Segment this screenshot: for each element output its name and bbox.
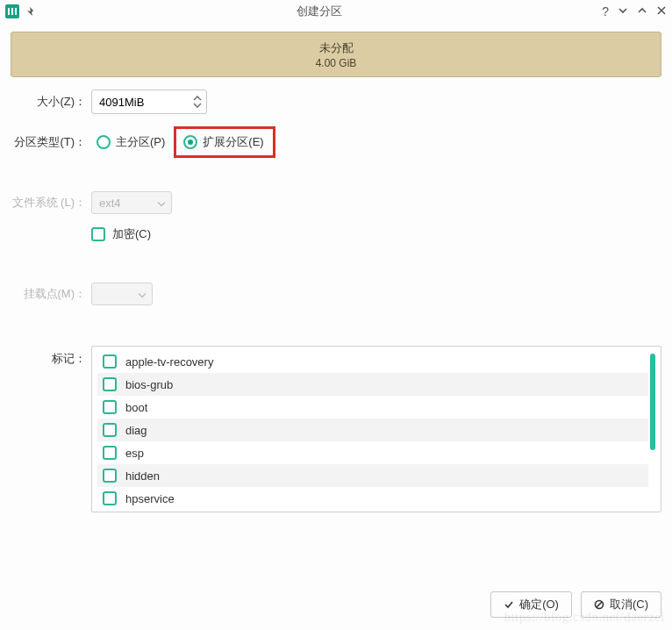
flags-listbox[interactable]: apple-tv-recoverybios-grubbootdiagesphid… [91,346,661,512]
flag-item-label: apple-tv-recovery [125,355,213,369]
filesystem-combo: ext4 [91,191,172,214]
partition-type-primary-label: 主分区(P) [116,134,165,150]
window-title: 创建分区 [37,4,602,19]
minimize-icon[interactable] [618,5,628,18]
ok-button[interactable]: 确定(O) [490,591,572,618]
flag-item-label: hidden [125,469,160,483]
svg-rect-0 [8,8,10,15]
flag-item[interactable]: boot [97,396,648,419]
checkbox-icon [103,377,117,391]
partition-type-extended[interactable]: 扩展分区(E) [178,131,268,154]
unallocated-label: 未分配 [319,40,354,56]
maximize-icon[interactable] [637,5,647,18]
size-input[interactable] [91,89,207,114]
flag-item[interactable]: hidden [97,464,648,487]
pin-icon[interactable] [26,6,37,17]
partition-type-primary[interactable]: 主分区(P) [91,131,170,154]
size-label: 大小(Z)： [11,94,91,110]
svg-rect-2 [15,8,17,15]
help-icon[interactable]: ? [602,4,609,18]
unallocated-size: 4.00 GiB [316,57,357,69]
filesystem-label: 文件系统 (L)： [11,195,91,211]
size-step-down-icon[interactable] [193,103,202,108]
size-step-up-icon[interactable] [193,96,202,101]
checkbox-icon [103,446,117,460]
flag-item[interactable]: apple-tv-recovery [97,350,648,373]
svg-rect-1 [11,8,13,15]
flag-item-label: diag [125,424,147,437]
flag-item-label: boot [125,401,147,414]
flag-item[interactable]: hpservice [97,487,648,508]
flag-item-label: hpservice [125,492,175,505]
checkbox-icon [103,423,117,437]
cancel-button[interactable]: 取消(C) [581,591,661,618]
mountpoint-label: 挂载点(M)： [11,286,91,302]
highlight-box: 扩展分区(E) [174,126,275,158]
checkbox-icon [103,491,117,505]
checkbox-icon [103,400,117,414]
checkbox-icon [103,469,117,483]
flag-item[interactable]: bios-grub [97,373,648,396]
radio-checked-icon [183,135,197,149]
checkbox-icon [103,354,117,369]
flag-item[interactable]: esp [97,441,648,464]
flags-label: 标记： [11,346,91,367]
filesystem-value: ext4 [99,197,121,210]
size-spinbox[interactable] [91,89,207,114]
title-bar: 创建分区 ? [0,0,672,23]
flag-item-label: esp [125,447,144,460]
partition-type-label: 分区类型(T)： [11,134,91,150]
ok-button-label: 确定(O) [519,597,559,612]
chevron-down-icon [138,288,147,301]
partition-type-extended-label: 扩展分区(E) [203,134,263,150]
encrypt-checkbox[interactable]: 加密(C) [91,226,151,242]
unallocated-banner: 未分配 4.00 GiB [11,32,661,77]
encrypt-label: 加密(C) [112,226,151,242]
flag-item[interactable]: diag [97,419,648,441]
chevron-down-icon [157,197,166,210]
flag-item-label: bios-grub [125,378,173,391]
flags-scrollbar[interactable] [648,350,657,508]
mountpoint-combo [91,283,153,305]
check-icon [504,599,514,610]
close-icon[interactable] [656,5,667,18]
radio-unchecked-icon [97,135,111,149]
app-icon [5,4,19,18]
cancel-icon [594,599,604,610]
cancel-button-label: 取消(C) [610,597,648,612]
scrollbar-thumb[interactable] [650,354,655,450]
checkbox-icon [91,227,105,241]
